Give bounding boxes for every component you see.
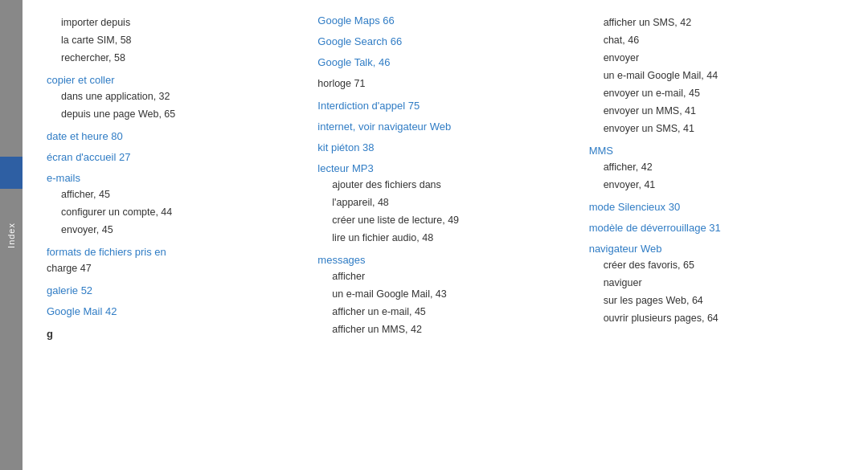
list-item: l'appareil, 48 [317, 194, 580, 210]
column-1: importer depuis la carte SIM, 58 recherc… [47, 14, 309, 456]
list-item: afficher un MMS, 42 [317, 321, 580, 337]
index-heading-interdiction: Interdiction d'appel 75 [317, 100, 580, 112]
list-item: depuis une page Web, 65 [47, 106, 309, 122]
index-heading-formats: formats de fichiers pris en [47, 246, 309, 258]
sidebar: Index [0, 0, 23, 470]
index-heading-mode-silencieux: mode Silencieux 30 [589, 201, 852, 213]
list-item: afficher, 45 [47, 186, 309, 202]
list-item: importer depuis [47, 14, 309, 31]
index-heading-messages: messages [317, 254, 580, 266]
sidebar-label: Index [6, 223, 16, 248]
column-2: Google Maps 66 Google Search 66 Google T… [317, 14, 580, 456]
list-item: envoyer, 41 [589, 177, 852, 193]
index-heading-googlesearch: Google Search 66 [317, 35, 580, 47]
index-heading-internet: internet, voir navigateur Web [317, 121, 580, 133]
list-item: envoyer [589, 50, 852, 66]
list-item: envoyer un SMS, 41 [589, 121, 852, 137]
list-item: horloge 71 [317, 76, 580, 92]
list-item: envoyer un MMS, 41 [589, 103, 852, 119]
index-heading-galerie: galerie 52 [47, 284, 309, 296]
index-heading-emails: e-mails [47, 172, 309, 184]
list-item: envoyer, 45 [47, 222, 309, 238]
list-item: afficher [317, 268, 580, 284]
list-item: chat, 46 [589, 32, 852, 48]
list-item: dans une application, 32 [47, 88, 309, 104]
index-heading-kit: kit piéton 38 [317, 141, 580, 153]
index-heading-date: date et heure 80 [47, 130, 309, 142]
list-item: créer une liste de lecture, 49 [317, 212, 580, 228]
index-heading-copier: copier et coller [47, 74, 309, 86]
list-item: afficher, 42 [589, 159, 852, 175]
list-item: un e-mail Google Mail, 44 [589, 67, 852, 84]
list-item: lire un fichier audio, 48 [317, 230, 580, 246]
main-content: importer depuis la carte SIM, 58 recherc… [23, 0, 868, 470]
list-item: envoyer un e-mail, 45 [589, 85, 852, 101]
list-item: afficher un SMS, 42 [589, 14, 852, 31]
list-item: naviguer [589, 275, 852, 291]
index-heading-navigateur: navigateur Web [589, 243, 852, 255]
list-item: ajouter des fichiers dans [317, 177, 580, 193]
list-item: configurer un compte, 44 [47, 204, 309, 220]
list-item: rechercher, 58 [47, 50, 309, 66]
index-heading-googletalk: Google Talk, 46 [317, 56, 580, 68]
index-heading-ecran: écran d'accueil 27 [47, 151, 309, 163]
list-item: créer des favoris, 65 [589, 257, 852, 273]
list-item: ouvrir plusieurs pages, 64 [589, 310, 852, 326]
list-item: un e-mail Google Mail, 43 [317, 286, 580, 302]
column-3: afficher un SMS, 42 chat, 46 envoyer un … [589, 14, 852, 456]
index-heading-modele: modèle de déverrouillage 31 [589, 222, 852, 234]
sidebar-accent [0, 157, 23, 189]
list-item: afficher un e-mail, 45 [317, 304, 580, 320]
list-item: charge 47 [47, 260, 309, 276]
list-item: sur les pages Web, 64 [589, 292, 852, 309]
index-heading-googlemail: Google Mail 42 [47, 305, 309, 317]
index-heading-googlemaps: Google Maps 66 [317, 14, 580, 27]
list-item: la carte SIM, 58 [47, 32, 309, 48]
index-heading-lecteur: lecteur MP3 [317, 162, 580, 174]
index-letter-g: g [47, 328, 309, 340]
index-heading-mms: MMS [589, 145, 852, 157]
